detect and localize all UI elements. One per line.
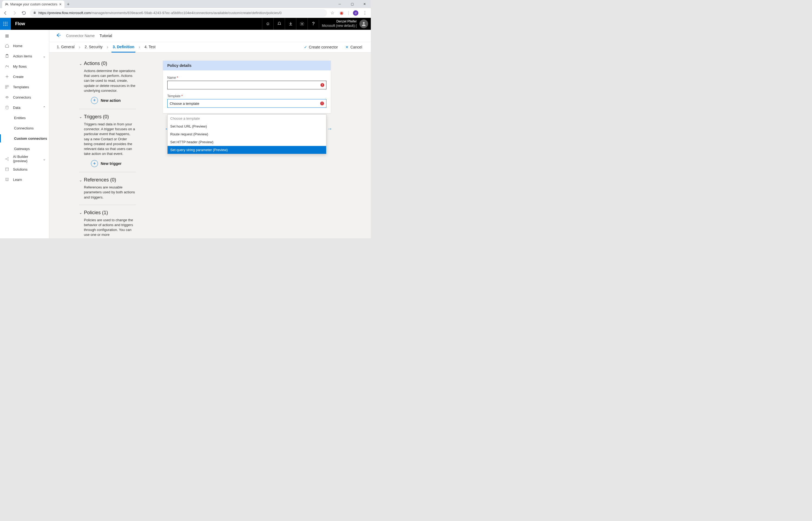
step-general[interactable]: 1. General <box>56 42 75 52</box>
sidebar-item-create[interactable]: Create <box>0 71 49 82</box>
chevron-down-icon: ⌄ <box>79 210 82 215</box>
browser-reload-button[interactable] <box>21 10 27 16</box>
user-name: Denzel Pfeifer <box>322 20 357 24</box>
window-close-button[interactable]: ✕ <box>358 0 371 8</box>
section-policies-header[interactable]: ⌄ Policies (1) <box>79 210 136 216</box>
new-tab-button[interactable]: + <box>65 1 72 8</box>
new-trigger-button[interactable]: + New trigger <box>79 160 136 167</box>
url-text: https://preview.flow.microsoft.com/manag… <box>39 11 282 15</box>
template-option-set-host-url[interactable]: Set host URL (Preview) <box>168 122 326 130</box>
sidebar: Home Action items ⌄ My flows Create Temp… <box>0 30 49 238</box>
section-triggers-desc: Triggers read data in from your connecto… <box>79 122 136 156</box>
svg-point-8 <box>5 25 6 26</box>
sidebar-item-solutions[interactable]: Solutions <box>0 164 49 174</box>
favicon-icon <box>5 2 9 6</box>
help-icon[interactable]: ? <box>308 18 319 30</box>
back-button[interactable] <box>56 32 61 39</box>
connector-name-value: Tutorial <box>100 33 112 38</box>
template-option-placeholder[interactable]: Choose a template <box>168 115 326 122</box>
template-select[interactable]: Choose a template ! <box>167 99 327 108</box>
page-title-bar: Connector Name Tutorial <box>49 30 371 42</box>
user-avatar-icon <box>359 20 368 28</box>
section-actions-desc: Actions determine the operations that us… <box>79 69 136 93</box>
template-option-route-request[interactable]: Route request (Preview) <box>168 130 326 138</box>
section-actions: ⌄ Actions (0) Actions determine the oper… <box>79 61 136 109</box>
sidebar-toggle-button[interactable] <box>0 31 49 41</box>
new-action-button[interactable]: + New action <box>79 97 136 104</box>
browser-omnibox[interactable]: https://preview.flow.microsoft.com/manag… <box>30 9 327 17</box>
tenant-name: Microsoft (new default) ( <box>322 24 357 28</box>
notifications-icon[interactable] <box>273 18 285 30</box>
sidebar-item-home[interactable]: Home <box>0 41 49 51</box>
svg-point-1 <box>3 22 4 23</box>
plus-circle-icon: + <box>91 97 98 104</box>
browser-tab[interactable]: Manage your custom connectors ✕ <box>2 1 65 8</box>
section-actions-header[interactable]: ⌄ Actions (0) <box>79 61 136 66</box>
learn-icon <box>5 177 9 182</box>
chevron-right-icon: › <box>79 45 80 49</box>
templates-icon <box>5 85 9 89</box>
section-policies: ⌄ Policies (1) Policies are used to chan… <box>79 210 136 238</box>
svg-point-20 <box>8 160 9 161</box>
svg-rect-15 <box>7 85 9 87</box>
connector-name-label: Connector Name <box>66 33 95 38</box>
svg-rect-14 <box>5 85 7 87</box>
section-references-header[interactable]: ⌄ References (0) <box>79 177 136 183</box>
svg-point-9 <box>7 25 7 26</box>
bookmark-star-icon[interactable]: ☆ <box>330 10 335 16</box>
sidebar-item-ai-builder[interactable]: AI Builder (preview) ⌄ <box>0 154 49 164</box>
sidebar-item-gateways[interactable]: Gateways <box>0 143 49 154</box>
cancel-button[interactable]: ✕ Cancel <box>343 45 364 49</box>
svg-point-3 <box>7 22 7 23</box>
sidebar-item-action-items[interactable]: Action items ⌄ <box>0 51 49 61</box>
browser-menu-icon[interactable]: ⋮ <box>362 10 367 16</box>
browser-forward-button[interactable] <box>11 10 18 16</box>
sidebar-item-custom-connectors[interactable]: Custom connectors <box>0 133 49 143</box>
lock-icon <box>33 11 36 15</box>
step-definition[interactable]: 3. Definition <box>112 42 135 52</box>
step-test[interactable]: 4. Test <box>143 42 157 52</box>
create-connector-button[interactable]: ✓ Create connector <box>302 45 340 49</box>
sidebar-item-my-flows[interactable]: My flows <box>0 61 49 71</box>
extension-icon[interactable]: ◉ <box>339 10 344 16</box>
sidebar-item-entities[interactable]: Entities <box>0 113 49 123</box>
svg-point-18 <box>6 159 6 159</box>
step-security[interactable]: 2. Security <box>83 42 104 52</box>
app-launcher-button[interactable] <box>0 18 11 30</box>
window-minimize-button[interactable]: ─ <box>333 0 346 8</box>
tab-title: Manage your custom connectors <box>10 2 57 6</box>
browser-back-button[interactable] <box>2 10 9 16</box>
browser-address-bar: https://preview.flow.microsoft.com/manag… <box>0 8 371 18</box>
sidebar-item-learn[interactable]: Learn <box>0 174 49 185</box>
policy-next-button[interactable]: → <box>327 126 332 132</box>
user-menu[interactable]: Denzel Pfeifer Microsoft (new default) ( <box>319 20 371 28</box>
svg-point-7 <box>3 25 4 26</box>
chevron-down-icon: ⌄ <box>79 62 82 66</box>
template-option-set-query-string[interactable]: Set query string parameter (Preview) <box>168 146 326 154</box>
error-icon: ! <box>320 101 324 105</box>
browser-profile-avatar[interactable]: d <box>353 10 358 16</box>
close-icon: ✕ <box>345 45 349 49</box>
section-triggers-header[interactable]: ⌄ Triggers (0) <box>79 114 136 120</box>
browser-tab-bar: Manage your custom connectors ✕ + ─ ▢ ✕ <box>0 0 371 8</box>
plus-icon <box>5 74 9 79</box>
solutions-icon <box>5 167 9 172</box>
svg-rect-0 <box>34 13 36 14</box>
policy-details-panel: Policy details Name * ! Template * <box>163 61 331 113</box>
template-option-set-http-header[interactable]: Set HTTP header (Preview) <box>168 138 326 146</box>
tab-close-icon[interactable]: ✕ <box>59 2 62 6</box>
template-dropdown: Choose a template Set host URL (Preview)… <box>167 114 327 154</box>
settings-gear-icon[interactable] <box>296 18 308 30</box>
plus-circle-icon: + <box>91 160 98 167</box>
policy-name-input[interactable] <box>167 81 327 89</box>
separator: | <box>348 10 349 16</box>
download-icon[interactable] <box>285 18 296 30</box>
sidebar-item-templates[interactable]: Templates <box>0 82 49 92</box>
chevron-right-icon: › <box>107 45 108 49</box>
sidebar-item-data[interactable]: Data ⌃ <box>0 103 49 113</box>
sidebar-item-connections[interactable]: Connections <box>0 123 49 133</box>
window-maximize-button[interactable]: ▢ <box>346 0 358 8</box>
sidebar-item-connectors[interactable]: Connectors <box>0 92 49 103</box>
feedback-icon[interactable]: ☺ <box>262 18 273 30</box>
svg-point-17 <box>6 106 8 107</box>
